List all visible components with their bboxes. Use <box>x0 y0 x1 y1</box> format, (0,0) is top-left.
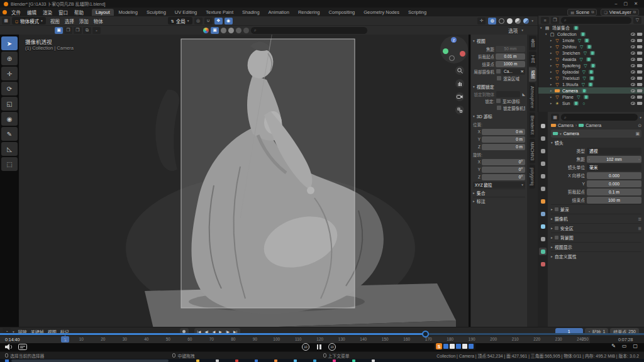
axis-y-icon[interactable] <box>443 48 448 54</box>
show-overlays-button[interactable]: ◍ <box>488 18 496 25</box>
pin-icon[interactable]: ⊙ <box>638 123 641 128</box>
screen-space-button[interactable]: ▣ <box>211 27 219 34</box>
render-visibility-icon[interactable] <box>637 58 642 61</box>
properties-filter-icon[interactable]: ▾ <box>640 116 641 119</box>
hide-eye-icon[interactable] <box>631 58 635 61</box>
workspace-tab[interactable]: Scripting <box>404 9 430 16</box>
outliner-row[interactable]: ▸ ▤ ▢ ▽ ☀ 4waida ▽ ○ ✓ <box>538 56 644 62</box>
sidebar-tab[interactable]: 工具 <box>529 52 536 66</box>
pivot-point-button[interactable]: ◎ <box>194 18 203 25</box>
collapsed-panel[interactable]: ▸ 景深 ☰ <box>551 204 641 214</box>
close-button[interactable]: ✕ <box>634 1 638 6</box>
outliner-row[interactable]: ▸ ▤ ▢ ▽ ☀ 6piaodai ▽ ○ ✓ <box>538 69 644 75</box>
tool-button[interactable]: ⊕ <box>1 52 18 65</box>
options-button[interactable]: 选项 <box>506 27 520 34</box>
mode-select[interactable]: ◻物体模式▾ <box>12 17 46 25</box>
axis-field[interactable]: Y0 m <box>473 136 525 143</box>
hide-eye-icon[interactable] <box>631 70 635 74</box>
shading-material-button[interactable] <box>515 18 521 24</box>
camera-to-view-checkbox[interactable] <box>497 106 501 110</box>
properties-tab[interactable] <box>539 197 547 205</box>
axis-neg-icon[interactable] <box>449 55 455 61</box>
sidebar-tab[interactable]: Atmosphere <box>530 83 535 111</box>
outliner-display-mode-button[interactable]: ≡ <box>541 17 549 24</box>
outliner-item-name[interactable]: 3neichen <box>561 51 580 55</box>
tool-button[interactable]: ◺ <box>1 142 18 156</box>
workspace-tab[interactable]: Texture Paint <box>202 9 237 16</box>
render-visibility-icon[interactable] <box>637 33 642 36</box>
outliner-item-name[interactable]: 2shitou <box>561 45 577 49</box>
outliner-row[interactable]: ▸ ▤ ▢ ▽ ☀ 7neixiuzi ▽ ○ ✓ <box>538 75 644 81</box>
clear-icon[interactable]: ✕ <box>521 69 524 74</box>
outliner-item-name[interactable]: 6piaodai <box>561 70 579 74</box>
render-region-checkbox[interactable] <box>497 76 501 80</box>
hide-eye-icon[interactable] <box>631 45 635 48</box>
visibility-toggle-3[interactable]: ❒ <box>74 27 82 34</box>
view-lock-panel-header[interactable]: ▾视图锁定 <box>473 83 525 90</box>
outliner-scope-button[interactable]: ❒ <box>551 17 559 24</box>
sidebar-tab[interactable]: 条目 <box>529 36 536 50</box>
lock-cursor-row[interactable]: 锁定:至3D游标 <box>473 97 525 104</box>
viewlayer-selector[interactable]: ❏ViewLayer⧉ <box>601 9 639 16</box>
axis-z-icon[interactable]: Z <box>451 37 457 43</box>
visibility-toggle-2[interactable]: ❐ <box>64 27 72 34</box>
outliner-row[interactable]: ▾ ▤ ▢ ▽ ☀ Collection ▽ ○ ✓ <box>538 31 644 37</box>
start-button[interactable] <box>5 359 9 362</box>
render-visibility-icon[interactable] <box>637 83 642 86</box>
outliner-search-input[interactable]: ⌕ <box>561 17 631 24</box>
editor-type-button[interactable]: ▦ <box>2 18 10 25</box>
panel-field[interactable]: 焦距50 mm <box>473 45 525 52</box>
viewport-search-input[interactable]: ⌕ <box>251 27 367 34</box>
properties-tab[interactable] <box>539 134 547 142</box>
viewlayer-new-icon[interactable]: ⧉ <box>633 10 636 14</box>
workspace-tab[interactable]: Layout <box>92 9 114 16</box>
visibility-toggle-1[interactable]: ▣ <box>55 27 63 34</box>
video-progress-handle[interactable] <box>422 331 429 337</box>
panel-field[interactable]: 结束点1000 m <box>473 60 525 67</box>
viewport-menu-item[interactable]: 添加 <box>77 18 91 25</box>
visibility-toggle-4[interactable]: ⧉ <box>83 27 91 34</box>
outliner-item-name[interactable]: 4waida <box>561 57 576 62</box>
scene-selector[interactable]: ▤Scene⧉ <box>567 9 597 16</box>
workspace-tab[interactable]: Shading <box>238 9 264 16</box>
outliner-row[interactable]: ▸ ▤ ▢ ▽ ☀ Sun ▽ ○ ✓ <box>538 100 644 106</box>
taskbar-app-icon[interactable] <box>372 359 375 362</box>
axis-field[interactable]: Y0° <box>473 166 525 173</box>
lens-field[interactable]: 镜头单位 ‹毫米› <box>551 163 641 171</box>
taskbar-search-input[interactable] <box>11 359 169 362</box>
render-visibility-icon[interactable] <box>637 39 642 42</box>
tool-button[interactable]: ✎ <box>1 127 18 141</box>
outliner-item-name[interactable]: 1.9toufa <box>561 82 578 87</box>
properties-tab[interactable] <box>539 172 547 180</box>
properties-search-input[interactable]: ⌕ <box>561 114 638 121</box>
taskbar-app-icon[interactable] <box>235 359 238 362</box>
hide-eye-icon[interactable] <box>631 39 635 42</box>
lens-field[interactable]: 剪裁起点 ‹0.1 m› <box>551 188 641 195</box>
pip-icon[interactable]: ▭ <box>622 343 627 349</box>
local-camera-checkbox[interactable] <box>496 69 501 74</box>
outliner-row[interactable]: ▸ ▤ ▢ ▽ ☀ 2shitou ▽ ○ ✓ <box>538 43 644 50</box>
hide-eye-icon[interactable] <box>631 96 635 99</box>
tool-button[interactable]: ◱ <box>1 97 18 111</box>
sidebar-tab[interactable]: MACHIN3 <box>530 139 535 163</box>
taskbar-app-icon[interactable] <box>294 359 297 362</box>
ime-toolbar[interactable]: S <box>434 343 475 350</box>
lock-3d-cursor-checkbox[interactable] <box>496 99 501 103</box>
shading-solid-button[interactable] <box>507 18 513 24</box>
taskbar-app-icon[interactable] <box>255 359 258 362</box>
outliner-row[interactable]: ▸ ▤ ▢ ▽ ☀ Plane ▽ ○ ✓ <box>538 94 644 100</box>
workspace-tab[interactable]: Sculpting <box>143 9 170 16</box>
outliner-row[interactable]: ▸ ▤ ▢ ▽ ☀ 1.9toufa ▽ ○ ✓ <box>538 81 644 87</box>
ime-emoji-icon[interactable] <box>456 344 461 349</box>
axis-field[interactable]: Z0 m <box>473 143 525 150</box>
proportional-edit-button[interactable]: ◉ <box>225 18 233 25</box>
ime-punct-icon[interactable] <box>450 344 455 349</box>
workspace-tab[interactable]: UV Editing <box>171 9 201 16</box>
tool-button[interactable]: ➤ <box>1 36 18 50</box>
matcap-sphere-icon[interactable] <box>203 28 209 33</box>
hide-eye-icon[interactable] <box>631 33 635 36</box>
workspace-tab[interactable]: Modeling <box>115 9 142 16</box>
render-visibility-icon[interactable] <box>637 77 642 80</box>
perspective-toggle-icon[interactable] <box>455 106 464 114</box>
shading-rendered-button[interactable] <box>523 18 529 24</box>
